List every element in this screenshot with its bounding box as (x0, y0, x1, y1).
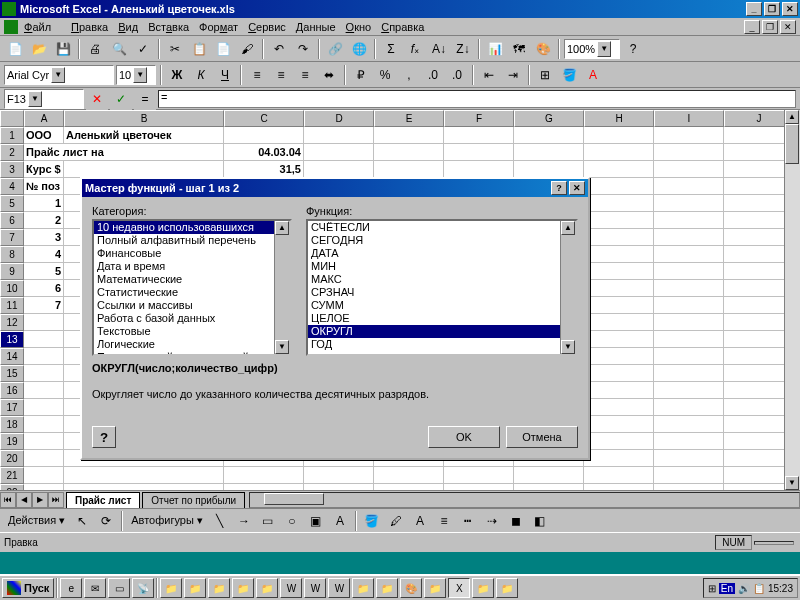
menu-file[interactable]: Файл (24, 21, 61, 33)
col-header-F[interactable]: F (444, 110, 514, 127)
cell-A6[interactable]: 2 (24, 212, 64, 229)
cell-G21[interactable] (514, 467, 584, 484)
task-app-4[interactable]: 📁 (232, 578, 254, 598)
row-header-6[interactable]: 6 (0, 212, 24, 229)
increase-decimal-button[interactable]: .0 (422, 64, 444, 86)
line-style-button[interactable]: ≡ (433, 510, 455, 532)
cell-G22[interactable] (514, 484, 584, 490)
cell-H18[interactable] (584, 416, 654, 433)
category-item[interactable]: Текстовые (94, 325, 290, 338)
lang-indicator[interactable]: En (719, 583, 735, 594)
arrow-button[interactable]: → (233, 510, 255, 532)
row-header-2[interactable]: 2 (0, 144, 24, 161)
category-item[interactable]: Статистические (94, 286, 290, 299)
print-button[interactable]: 🖨 (84, 38, 106, 60)
cell-I12[interactable] (654, 314, 724, 331)
function-item[interactable]: ДАТА (308, 247, 576, 260)
row-header-14[interactable]: 14 (0, 348, 24, 365)
cell-H2[interactable] (584, 144, 654, 161)
task-app-5[interactable]: 📁 (256, 578, 278, 598)
row-header-21[interactable]: 21 (0, 467, 24, 484)
maximize-button[interactable]: ❐ (764, 2, 780, 16)
cell-I19[interactable] (654, 433, 724, 450)
borders-button[interactable]: ⊞ (534, 64, 556, 86)
cell-H5[interactable] (584, 195, 654, 212)
arrow-style-button[interactable]: ⇢ (481, 510, 503, 532)
cell-D22[interactable] (304, 484, 374, 490)
cell-A17[interactable] (24, 399, 64, 416)
row-header-1[interactable]: 1 (0, 127, 24, 144)
cell-A11[interactable]: 7 (24, 297, 64, 314)
currency-button[interactable]: ₽ (350, 64, 372, 86)
start-button[interactable]: Пуск (2, 578, 54, 598)
tab-next-button[interactable]: ▶ (32, 492, 48, 508)
copy-button[interactable]: 📋 (188, 38, 210, 60)
row-header-19[interactable]: 19 (0, 433, 24, 450)
cell-I8[interactable] (654, 246, 724, 263)
cell-A22[interactable] (24, 484, 64, 490)
row-header-11[interactable]: 11 (0, 297, 24, 314)
cell-H11[interactable] (584, 297, 654, 314)
cell-F22[interactable] (444, 484, 514, 490)
cell-A9[interactable]: 5 (24, 263, 64, 280)
category-item[interactable]: Работа с базой данных (94, 312, 290, 325)
row-header-16[interactable]: 16 (0, 382, 24, 399)
cell-A5[interactable]: 1 (24, 195, 64, 212)
fill-color-button[interactable]: 🪣 (558, 64, 580, 86)
cell-A15[interactable] (24, 365, 64, 382)
cell-C2[interactable]: 04.03.04 (224, 144, 304, 161)
function-item[interactable]: ГОД (308, 338, 576, 351)
cell-A4[interactable]: № поз (24, 178, 64, 195)
actions-menu[interactable]: Действия ▾ (4, 514, 69, 527)
task-word-2[interactable]: W (304, 578, 326, 598)
cell-H7[interactable] (584, 229, 654, 246)
cancel-button[interactable]: Отмена (506, 426, 578, 448)
cell-G1[interactable] (514, 127, 584, 144)
cell-A1[interactable]: ООО (24, 127, 64, 144)
cell-I21[interactable] (654, 467, 724, 484)
task-app-10[interactable]: 📁 (496, 578, 518, 598)
zoom-combo[interactable]: 100%▼ (564, 39, 620, 59)
italic-button[interactable]: К (190, 64, 212, 86)
cell-H21[interactable] (584, 467, 654, 484)
cell-C3[interactable]: 31,5 (224, 161, 304, 178)
cell-E21[interactable] (374, 467, 444, 484)
cell-G3[interactable] (514, 161, 584, 178)
tab-prev-button[interactable]: ◀ (16, 492, 32, 508)
cell-B3[interactable] (64, 161, 224, 178)
function-item[interactable]: МИН (308, 260, 576, 273)
increase-indent-button[interactable]: ⇥ (502, 64, 524, 86)
cell-H6[interactable] (584, 212, 654, 229)
cell-A10[interactable]: 6 (24, 280, 64, 297)
tab-first-button[interactable]: ⏮ (0, 492, 16, 508)
3d-button[interactable]: ◧ (529, 510, 551, 532)
row-header-5[interactable]: 5 (0, 195, 24, 212)
map-button[interactable]: 🗺 (508, 38, 530, 60)
column-headers[interactable]: ABCDEFGHIJ (24, 110, 800, 127)
cancel-formula-button[interactable]: ✕ (86, 88, 108, 110)
task-app-3[interactable]: 📁 (208, 578, 230, 598)
category-item[interactable]: Математические (94, 273, 290, 286)
row-header-3[interactable]: 3 (0, 161, 24, 178)
cell-I1[interactable] (654, 127, 724, 144)
function-item[interactable]: ЦЕЛОЕ (308, 312, 576, 325)
menu-help[interactable]: Справка (381, 21, 424, 33)
dash-style-button[interactable]: ┅ (457, 510, 479, 532)
cell-B1[interactable]: Аленький цветочек (64, 127, 224, 144)
sort-desc-button[interactable]: Z↓ (452, 38, 474, 60)
select-objects-button[interactable]: ↖ (71, 510, 93, 532)
spell-button[interactable]: ✓ (132, 38, 154, 60)
cell-G2[interactable] (514, 144, 584, 161)
cell-H4[interactable] (584, 178, 654, 195)
line-button[interactable]: ╲ (209, 510, 231, 532)
web-toolbar-button[interactable]: 🌐 (348, 38, 370, 60)
cell-I9[interactable] (654, 263, 724, 280)
underline-button[interactable]: Ч (214, 64, 236, 86)
cell-A8[interactable]: 4 (24, 246, 64, 263)
menu-data[interactable]: Данные (296, 21, 336, 33)
dialog-titlebar[interactable]: Мастер функций - шаг 1 из 2 ? ✕ (82, 179, 588, 197)
col-header-B[interactable]: B (64, 110, 224, 127)
cell-I5[interactable] (654, 195, 724, 212)
menu-tools[interactable]: Сервис (248, 21, 286, 33)
cell-B22[interactable] (64, 484, 224, 490)
